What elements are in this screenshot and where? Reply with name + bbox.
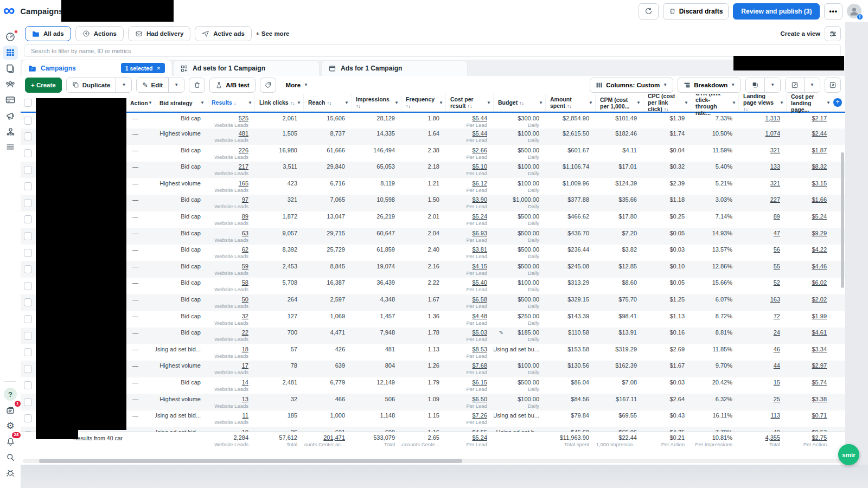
delete-button[interactable] xyxy=(189,78,205,93)
reports-button[interactable] xyxy=(746,78,764,92)
edit-button[interactable]: ✎ Edit xyxy=(137,78,168,92)
totals-value[interactable]: 201,471 xyxy=(323,434,345,441)
tag-button[interactable] xyxy=(260,78,276,93)
column-header-action[interactable]: Action▼ xyxy=(126,94,155,111)
cost-per-landing-page-link[interactable]: $4.61 xyxy=(812,329,827,336)
more-options-button[interactable]: ••• xyxy=(824,3,843,20)
cost-per-landing-page-link[interactable]: $5.24 xyxy=(812,213,827,220)
results-link[interactable]: 50 xyxy=(242,296,248,303)
chevron-down-icon[interactable]: ▼ xyxy=(539,101,543,105)
ab-test-button[interactable]: A/B test xyxy=(209,78,255,93)
table-row[interactable]: —Highest volume17Website Leads786398041.… xyxy=(21,361,845,377)
cost-per-result-link[interactable]: $5.10 xyxy=(472,163,487,170)
column-header-link-clicks[interactable]: Link clicks ↑↓▼ xyxy=(255,94,304,111)
cost-per-landing-page-link[interactable]: $2.02 xyxy=(812,296,827,303)
edit-dropdown-button[interactable]: ▼ xyxy=(168,78,184,92)
cost-per-result-link[interactable]: $8.53 xyxy=(472,346,487,353)
action-dash[interactable]: — xyxy=(132,213,138,220)
row-checkbox[interactable] xyxy=(24,182,32,190)
table-row[interactable]: —Bid cap89Website Leads1,87213,04726,219… xyxy=(21,211,845,228)
row-checkbox[interactable] xyxy=(24,166,32,174)
sidebar-item-pages[interactable] xyxy=(3,61,18,75)
table-row-partial[interactable]: —Using ad set bid...10Website Leads26601… xyxy=(21,427,845,432)
cost-per-landing-page-link[interactable]: $2.17 xyxy=(812,115,827,122)
sidebar-item-billing[interactable] xyxy=(3,93,18,107)
action-dash[interactable]: — xyxy=(132,412,138,419)
results-link[interactable]: 89 xyxy=(242,213,248,220)
column-header-ctr-link-click-through-rate[interactable]: CTR (link click-through rate...▼ xyxy=(691,94,739,111)
cost-per-result-link[interactable]: $6.58 xyxy=(472,296,487,303)
results-link[interactable]: 62 xyxy=(242,246,248,253)
chevron-down-icon[interactable]: ▼ xyxy=(636,101,641,105)
duplicate-button[interactable]: Duplicate xyxy=(67,78,116,92)
table-row[interactable]: —Bid cap97Website Leads3217,06510,5981.5… xyxy=(21,195,845,211)
columns-button[interactable]: Columns: Custom ▼ xyxy=(590,78,673,93)
results-link[interactable]: 525 xyxy=(239,115,248,122)
column-header-reach[interactable]: Reach ↑↓▼ xyxy=(304,94,352,111)
cost-per-result-link[interactable]: $6.93 xyxy=(472,230,487,237)
row-checkbox[interactable] xyxy=(24,232,32,240)
more-button[interactable]: More ▼ xyxy=(280,78,314,93)
action-dash[interactable]: — xyxy=(132,163,138,170)
cost-per-landing-page-link[interactable]: $3.38 xyxy=(812,396,827,403)
cost-per-landing-page-link[interactable]: $0.71 xyxy=(812,412,827,419)
row-checkbox[interactable] xyxy=(24,215,32,223)
cost-per-result-link[interactable]: $7.26 xyxy=(472,412,487,419)
column-header-bid-strategy[interactable]: Bid strategy▼ xyxy=(155,94,207,111)
cost-per-landing-page-link[interactable]: $3.15 xyxy=(812,180,827,187)
chevron-down-icon[interactable]: ▼ xyxy=(732,101,736,105)
row-checkbox[interactable] xyxy=(24,249,32,257)
avatar[interactable]: f xyxy=(847,4,861,18)
filter-chip-had-delivery[interactable]: Had delivery xyxy=(128,26,190,41)
chevron-down-icon[interactable]: ▼ xyxy=(200,101,205,105)
export-button[interactable] xyxy=(786,78,804,92)
action-dash[interactable]: — xyxy=(132,115,138,122)
create-button[interactable]: + Create xyxy=(25,78,62,93)
row-checkbox[interactable] xyxy=(24,265,32,273)
cost-per-landing-page-link[interactable]: $2.97 xyxy=(812,362,827,369)
row-checkbox[interactable] xyxy=(24,332,32,340)
cost-per-result-link[interactable]: $5.03 xyxy=(472,329,487,336)
row-checkbox[interactable] xyxy=(24,348,32,356)
table-row[interactable]: —Bid cap62Website Leads8,39225,72961,859… xyxy=(21,245,845,261)
results-link[interactable]: 226 xyxy=(239,147,248,154)
landing-page-views-link[interactable]: 25 xyxy=(774,396,780,403)
action-dash[interactable]: — xyxy=(132,329,138,336)
tab-ad-sets[interactable]: Ad sets for 1 Campaign xyxy=(173,60,320,76)
column-header-cost-per-result[interactable]: Cost per result ↑↓▼ xyxy=(446,94,494,111)
table-row[interactable]: —Bid cap22Website Leads7004,4717,9481.78… xyxy=(21,328,845,344)
action-dash[interactable]: — xyxy=(132,196,138,203)
column-header-landing-page-views[interactable]: Landing page views ↑↓▼ xyxy=(739,94,787,111)
results-link[interactable]: 14 xyxy=(242,379,248,386)
discard-drafts-button[interactable]: Discard drafts xyxy=(663,3,729,20)
meta-logo-icon[interactable]: ∞ xyxy=(3,3,15,18)
column-header-results[interactable]: Results ↓▼ xyxy=(207,94,255,111)
sidebar-item-campaigns[interactable] xyxy=(3,46,18,60)
action-dash[interactable]: — xyxy=(132,130,138,137)
chevron-down-icon[interactable]: ▼ xyxy=(439,101,443,105)
landing-page-views-link[interactable]: 321 xyxy=(770,180,780,187)
filter-chip-all-ads[interactable]: All ads xyxy=(25,26,71,41)
cost-per-result-link[interactable]: $2.66 xyxy=(472,147,487,154)
table-row[interactable]: —Bid cap226Website Leads16,98061,666146,… xyxy=(21,145,845,162)
sidebar-item-updates[interactable]: 1 xyxy=(3,403,18,417)
results-link[interactable]: 13 xyxy=(242,396,248,403)
action-dash[interactable]: — xyxy=(132,296,138,303)
table-row[interactable]: —Bid cap217Website Leads3,51129,84065,05… xyxy=(21,162,845,178)
cost-per-landing-page-link[interactable]: $6.02 xyxy=(812,279,827,286)
chevron-down-icon[interactable]: ▼ xyxy=(684,101,688,105)
action-dash[interactable]: — xyxy=(132,230,138,237)
sidebar-item-search[interactable] xyxy=(3,450,18,464)
sidebar-item-bug-report[interactable] xyxy=(3,466,18,480)
cost-per-result-link[interactable]: $7.68 xyxy=(472,362,487,369)
landing-page-views-link[interactable]: 89 xyxy=(774,213,780,220)
column-header-amount-spent[interactable]: Amount spent ↑↓▼ xyxy=(546,94,596,111)
row-checkbox[interactable] xyxy=(24,414,32,422)
reports-dropdown-button[interactable]: ▼ xyxy=(764,78,780,92)
row-checkbox[interactable] xyxy=(24,381,32,389)
landing-page-views-link[interactable]: 1,313 xyxy=(765,115,780,122)
action-dash[interactable]: — xyxy=(132,263,138,270)
row-checkbox[interactable] xyxy=(24,315,32,323)
results-link[interactable]: 63 xyxy=(242,230,248,237)
results-link[interactable]: 11 xyxy=(242,412,248,419)
